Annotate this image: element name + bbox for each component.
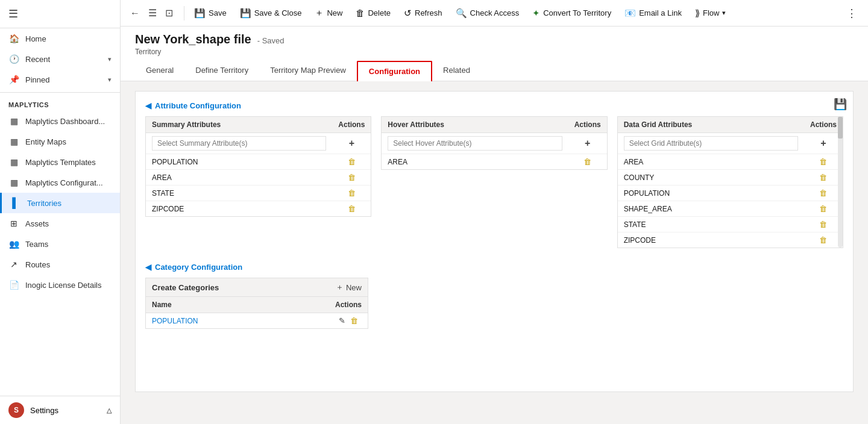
sidebar-item-recent[interactable]: 🕐 Recent ▾ (0, 49, 120, 69)
sidebar-label-maplytics-configurat: Maplytics Configurat... (25, 178, 103, 187)
datagrid-del-state[interactable]: 🗑 (819, 220, 827, 229)
tab-define-territory[interactable]: Define Territory (184, 61, 259, 81)
entity-maps-icon: ▦ (8, 136, 19, 147)
datagrid-row-population: POPULATION (618, 186, 804, 201)
datagrid-input[interactable] (624, 136, 798, 151)
summary-row-area: AREA (146, 170, 332, 186)
convert-territory-button[interactable]: ✦ Convert To Territory (526, 5, 617, 22)
hover-add-button[interactable]: + (585, 138, 590, 149)
sidebar-item-assets[interactable]: ⊞ Assets (0, 213, 120, 234)
refresh-button[interactable]: ↺ Refresh (398, 5, 448, 22)
hover-del-area[interactable]: 🗑 (583, 157, 591, 166)
sidebar-item-routes[interactable]: ↗ Routes (0, 254, 120, 275)
category-actions-header: Actions (329, 297, 368, 313)
tab-general[interactable]: General (135, 61, 184, 81)
settings-label: Settings (30, 406, 58, 415)
summary-del-area[interactable]: 🗑 (348, 173, 356, 182)
summary-header: Summary Attributes (146, 117, 332, 133)
sidebar-item-home[interactable]: 🏠 Home (0, 28, 120, 49)
sidebar-top: ☰ (0, 0, 120, 28)
datagrid-add-button[interactable]: + (820, 138, 826, 149)
sidebar-item-entity-maps[interactable]: ▦ Entity Maps (0, 131, 120, 152)
sidebar-item-maplytics-dashboard[interactable]: ▦ Maplytics Dashboard... (0, 111, 120, 131)
pinned-chevron-icon: ▾ (108, 76, 112, 84)
sidebar-label-maplytics-dashboard: Maplytics Dashboard... (25, 117, 105, 126)
scrollbar[interactable] (838, 117, 843, 248)
save-close-button[interactable]: 💾 Save & Close (234, 5, 308, 22)
email-label: Email a Link (639, 8, 682, 17)
page-header: New York_shape file - Saved Territory Ge… (121, 26, 868, 81)
summary-attr-table: Summary Attributes Actions + (145, 116, 371, 217)
maplytics-configurat-icon: ▦ (8, 177, 19, 188)
page-saved-badge: - Saved (257, 36, 285, 45)
attribute-config-section[interactable]: ◀ Attribute Configuration (145, 101, 843, 110)
email-link-button[interactable]: 📧 Email a Link (618, 5, 688, 22)
sidebar: ☰ 🏠 Home 🕐 Recent ▾ 📌 Pinned ▾ Maplytics… (0, 0, 121, 424)
datagrid-attr-table: Data Grid Attributes Actions + (617, 116, 843, 248)
summary-del-zipcode[interactable]: 🗑 (348, 204, 356, 213)
sidebar-top-nav: 🏠 Home 🕐 Recent ▾ 📌 Pinned ▾ (0, 28, 120, 90)
summary-input[interactable] (152, 136, 326, 151)
table-row: STATE 🗑 (618, 217, 843, 232)
table-row: ZIPCODE 🗑 (146, 201, 371, 217)
settings-chevron: △ (107, 407, 112, 414)
new-button[interactable]: ＋ New (309, 4, 348, 22)
sidebar-item-teams[interactable]: 👥 Teams (0, 234, 120, 254)
attribute-config-label: Attribute Configuration (155, 101, 241, 110)
table-row: POPULATION ✎ 🗑 (146, 313, 368, 329)
tab-territory-map-preview[interactable]: Territory Map Preview (259, 61, 357, 81)
sidebar-item-territories[interactable]: ▌ Territories (0, 193, 120, 213)
datagrid-del-population[interactable]: 🗑 (819, 189, 827, 198)
flow-button[interactable]: ⟫ Flow ▾ (689, 5, 732, 22)
sidebar-item-maplytics-configurat[interactable]: ▦ Maplytics Configurat... (0, 172, 120, 193)
sidebar-label-territories: Territories (27, 199, 61, 208)
category-new-button[interactable]: ＋ New (336, 282, 362, 293)
page-tabs: GeneralDefine TerritoryTerritory Map Pre… (135, 61, 854, 81)
category-edit-population[interactable]: ✎ (339, 316, 345, 325)
datagrid-row-area: AREA (618, 154, 804, 170)
sidebar-settings[interactable]: S Settings △ (0, 396, 120, 424)
hover-input[interactable] (388, 136, 562, 151)
hover-actions-header: Actions (568, 117, 607, 133)
summary-row-zipcode: ZIPCODE (146, 201, 332, 217)
category-arrow-icon: ◀ (145, 263, 151, 272)
sidebar-item-inogic-license[interactable]: 📄 Inogic License Details (0, 275, 120, 295)
check-access-icon: 🔍 (456, 8, 467, 19)
sidebar-item-maplytics-templates[interactable]: ▦ Maplytics Templates (0, 152, 120, 172)
maplytics-dashboard-icon: ▦ (8, 116, 19, 126)
back-button[interactable]: ← (127, 5, 143, 21)
sidebar-label-routes: Routes (25, 260, 50, 269)
category-config-section[interactable]: ◀ Category Configuration (145, 263, 843, 272)
more-button[interactable]: ⋮ (841, 4, 862, 22)
doc-button[interactable]: ☰ (145, 5, 160, 21)
avatar: S (8, 402, 24, 418)
config-panel: 💾 ◀ Attribute Configuration Summary Attr… (135, 91, 854, 392)
teams-icon: 👥 (8, 238, 19, 249)
refresh-icon: ↺ (404, 8, 412, 19)
save-button[interactable]: 💾 Save (188, 5, 233, 22)
config-save-icon[interactable]: 💾 (834, 98, 847, 111)
datagrid-del-area[interactable]: 🗑 (819, 157, 827, 166)
assets-icon: ⊞ (8, 218, 19, 229)
scroll-thumb (838, 117, 843, 139)
pop-button[interactable]: ⊡ (162, 5, 177, 21)
hamburger-icon[interactable]: ☰ (8, 8, 18, 20)
summary-del-population[interactable]: 🗑 (348, 157, 356, 166)
tab-related[interactable]: Related (432, 61, 481, 81)
attribute-tables-row: Summary Attributes Actions + (145, 116, 843, 248)
delete-button[interactable]: 🗑 Delete (350, 5, 397, 21)
sidebar-item-pinned[interactable]: 📌 Pinned ▾ (0, 69, 120, 90)
datagrid-del-shape-area[interactable]: 🗑 (819, 204, 827, 213)
check-access-button[interactable]: 🔍 Check Access (450, 5, 526, 22)
datagrid-del-county[interactable]: 🗑 (819, 173, 827, 182)
datagrid-del-zipcode[interactable]: 🗑 (819, 235, 827, 245)
summary-del-state[interactable]: 🗑 (348, 189, 356, 198)
category-del-population[interactable]: 🗑 (350, 316, 358, 325)
table-row: AREA 🗑 (146, 170, 371, 186)
delete-label: Delete (368, 8, 391, 17)
sidebar-label-teams: Teams (25, 240, 48, 249)
sidebar-label-pinned: Pinned (25, 75, 49, 84)
toolbar: ← ☰ ⊡ 💾 Save 💾 Save & Close ＋ New 🗑 Dele… (121, 0, 868, 26)
summary-add-button[interactable]: + (349, 138, 354, 149)
tab-configuration[interactable]: Configuration (357, 61, 432, 81)
